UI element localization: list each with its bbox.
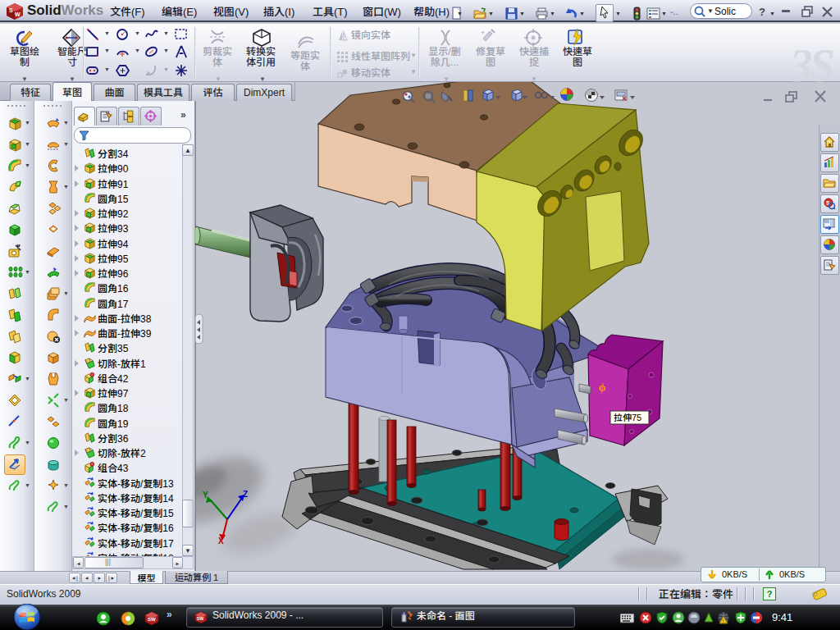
svg-text:SW: SW xyxy=(148,617,156,622)
svg-text:SW: SW xyxy=(197,616,205,621)
